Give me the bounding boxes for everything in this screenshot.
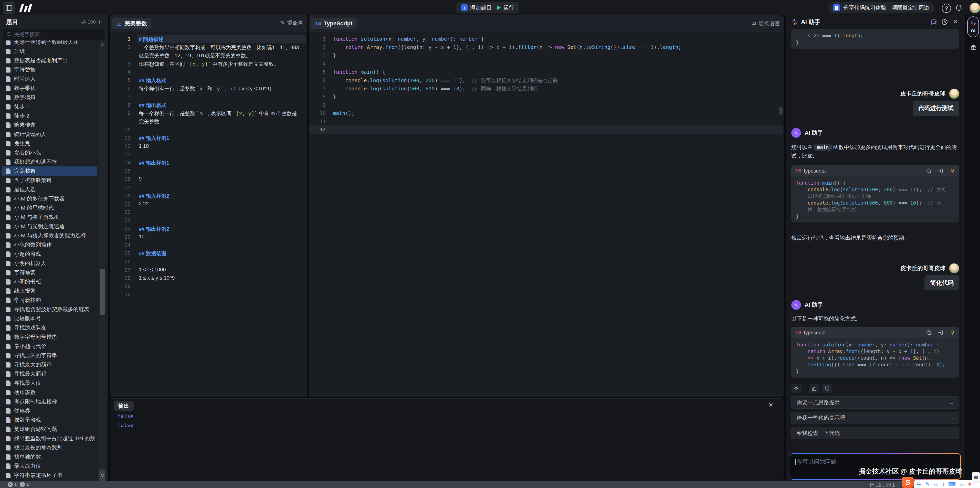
sidebar-item[interactable]: 摇骰子游戏 [2, 415, 97, 424]
sidebar-scrollbar[interactable] [99, 40, 105, 481]
ime-logo-icon[interactable]: S [902, 477, 914, 488]
sidebar-item[interactable]: 学习新技能 [2, 296, 97, 305]
lightbulb-icon[interactable] [950, 168, 955, 173]
sidebar-item[interactable]: 寻找最大值 [2, 378, 97, 388]
sidebar-item[interactable]: 最小趋同代价 [2, 342, 97, 351]
insert-code-icon[interactable] [938, 168, 943, 173]
sidebar-item[interactable]: 小 M 的多任务下载器 [2, 194, 97, 203]
close-output-icon[interactable]: ✕ [768, 401, 773, 409]
sidebar-item[interactable]: 最佳人选 [2, 185, 97, 194]
sidebar-item[interactable]: 数字字母问号排序 [2, 332, 97, 342]
rename-button[interactable]: ✎ 重命名 [280, 19, 303, 27]
tab-typescript[interactable]: TS TypeScript [311, 18, 356, 29]
sidebar-item[interactable]: 找出最长的神奇数列 [2, 443, 97, 452]
sidebar-item[interactable]: 找出整型数组中占比超过 1/N 的数 [2, 434, 97, 443]
sidebar-item-label: 字符替换 [14, 66, 36, 73]
search-input[interactable]: 关键字搜索... [3, 29, 105, 40]
sidebar-item[interactable]: 寻找包含斐波那契数最多的链表 [2, 305, 97, 314]
sidebar-item[interactable]: 小超的游戏 [2, 250, 97, 259]
sidebar-toggle-icon[interactable] [3, 2, 15, 14]
history-icon[interactable] [941, 18, 948, 26]
sidebar-item[interactable]: 完美整数 [2, 167, 97, 176]
suggestion-chip[interactable]: 帮我检查一下代码→ [791, 427, 959, 439]
run-button[interactable]: 运行 [492, 2, 519, 13]
app-logo-icon[interactable] [19, 3, 34, 12]
ime-icon[interactable]: ⌨ [948, 481, 956, 487]
sidebar-item[interactable]: 线上报警 [2, 286, 97, 296]
sidebar-item[interactable]: 小 M 的星球时代 [2, 203, 97, 213]
suggestion-chip[interactable]: 需要一点思路提示→ [791, 396, 959, 409]
ime-icon[interactable]: ☺ [933, 481, 939, 487]
sidebar-item[interactable]: 时尚达人 [2, 74, 97, 83]
ai-toggle-button[interactable]: AI [967, 16, 979, 37]
code-editor[interactable]: 1function solution(x: number, y: number)… [309, 32, 784, 397]
sidebar-item[interactable]: 字符替换 [2, 65, 97, 74]
sidebar-item[interactable]: 寻找原来的字符串 [2, 351, 97, 360]
editor-scrollbar-thumb[interactable] [780, 107, 783, 115]
share-banner[interactable]: 分享代码练习体验，领限量定制周边 [828, 2, 934, 13]
sidebar-item[interactable]: 寻找最大面积 [2, 369, 97, 378]
scroll-down-icon[interactable]: ∨ [99, 470, 105, 481]
debug-bug-icon[interactable] [969, 43, 977, 51]
output-tab[interactable]: 输出 [114, 401, 134, 411]
sidebar-item[interactable]: 数字增殖 [2, 93, 97, 102]
sidebar-item[interactable]: 统计说谎的人 [2, 130, 97, 139]
bell-icon[interactable] [955, 3, 963, 13]
sidebar-item[interactable]: 升级 [2, 47, 97, 56]
sidebar-item[interactable]: 寻找游戏队友 [2, 323, 97, 332]
ime-icon[interactable]: ♥ [968, 481, 971, 487]
sidebar-item[interactable]: 贪心的小包 [2, 148, 97, 157]
sidebar-item[interactable]: 数据表是否能顺利产出 [2, 56, 97, 65]
thumbs-down-button[interactable] [822, 384, 832, 393]
sidebar-item[interactable]: 徒步 1 [2, 102, 97, 111]
ime-icon[interactable]: 中 [917, 481, 922, 488]
sidebar-item[interactable]: 寻找最大的葫芦 [2, 360, 97, 369]
sidebar-item[interactable]: 优惠券 [2, 406, 97, 415]
sidebar-item[interactable]: 小明的书柜 [2, 277, 97, 286]
ime-icon[interactable]: ♪ [942, 481, 945, 487]
suggestion-chip[interactable]: 给我一些代码提示吧→ [791, 412, 959, 424]
sidebar-item[interactable]: 我好想逃却逃不掉 [2, 157, 97, 167]
sidebar-item[interactable]: 数字乘积 [2, 83, 97, 93]
insert-code-icon[interactable] [938, 330, 943, 335]
sidebar-item[interactable]: 小 M 与狼人拯救者的能力选择 [2, 231, 97, 240]
sidebar-item[interactable]: 徒步 2 [2, 111, 97, 120]
close-ai-icon[interactable]: ✕ [951, 18, 959, 26]
sidebar-item[interactable]: 字符串最短循环子串 [2, 471, 97, 480]
lightbulb-icon[interactable] [950, 330, 955, 335]
copy-icon[interactable] [926, 330, 932, 335]
right-toolbar [966, 15, 980, 481]
sidebar-item[interactable]: 删除一次得到子数组最大和 [2, 40, 97, 47]
ime-icon[interactable]: ☺ [959, 481, 964, 487]
switch-language-button[interactable]: ⇄ 切换语言 [752, 20, 780, 27]
help-icon[interactable]: ? [942, 3, 951, 13]
tab-problem[interactable]: 完美整数 [112, 18, 151, 29]
sidebar-item[interactable]: 小 M 与光明之魂速通 [2, 222, 97, 231]
description-editor[interactable]: 1# 问题描述2一个整数如果由相同数字构成，可以称为完美整数；比如说1、11、3… [110, 32, 307, 397]
sidebar-item[interactable]: 小明的机器人 [2, 259, 97, 268]
sidebar-item[interactable]: 英雄组合游戏问题 [2, 424, 97, 434]
sidebar-item[interactable]: 五子棋获胜策略 [2, 176, 97, 185]
sidebar-item[interactable]: 最大战力值 [2, 461, 97, 471]
regenerate-button[interactable]: ⟳ [791, 384, 802, 393]
new-chat-icon[interactable] [930, 18, 938, 26]
ai-name: AI 助手 [805, 129, 823, 137]
ime-toolbar[interactable]: 中✎☺♪⌨☺♥ [914, 480, 980, 488]
user-avatar[interactable] [969, 3, 980, 13]
sidebar-item[interactable]: 找单独的数 [2, 452, 97, 461]
sidebar-item[interactable]: 糖果传递 [2, 120, 97, 130]
sidebar-item[interactable]: 兔生兔 [2, 139, 97, 148]
thumbs-up-button[interactable] [809, 384, 819, 393]
sidebar-item[interactable]: 有点限制地走楼梯 [2, 397, 97, 406]
scroll-up-icon[interactable]: ∧ [99, 41, 105, 48]
sidebar-item[interactable]: 小 M 与弹子游戏机 [2, 213, 97, 222]
ime-keyboard-icon[interactable] [972, 472, 980, 483]
ime-icon[interactable]: ✎ [926, 481, 930, 487]
scrollbar-thumb[interactable] [100, 269, 105, 315]
sidebar-item[interactable]: 比较版本号 [2, 314, 97, 323]
copy-icon[interactable] [926, 168, 932, 173]
sidebar-item[interactable]: 字符修复 [2, 268, 97, 277]
sidebar-item[interactable]: 硬币凑数 [2, 388, 97, 397]
sidebar-item[interactable]: 小包的数列操作 [2, 240, 97, 250]
add-problem-button[interactable]: ＋ 添加题目 [456, 2, 496, 13]
